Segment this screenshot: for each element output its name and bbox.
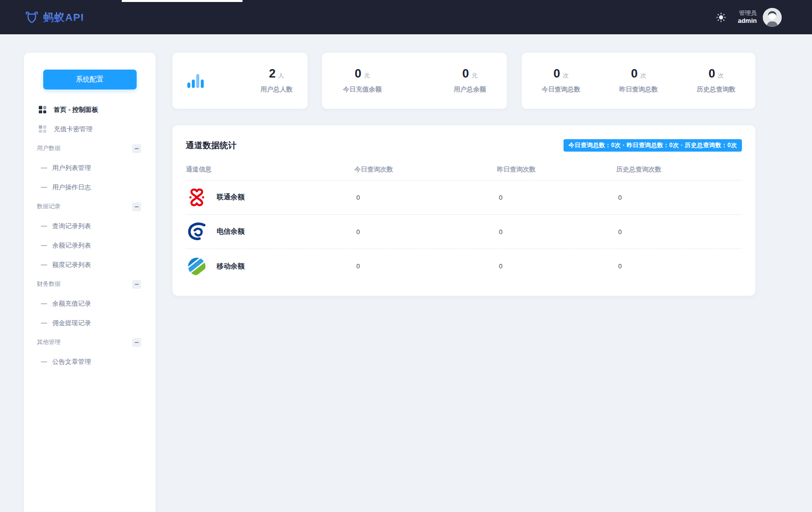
table-row: 联通余额 0 0 0 [186,180,742,215]
dash-icon [41,361,47,362]
app-logo[interactable]: 蚂蚁API [24,10,84,25]
dash-icon [41,245,47,246]
sidebar-item-label: 查询记录列表 [52,222,91,231]
query-summary-badge: 今日查询总数：0次 · 昨日查询总数：0次 · 历史总查询数：0次 [564,139,742,152]
sidebar-item-announcement-mgmt[interactable]: 公告文章管理 [24,352,156,371]
stat-block: 0元 今日充值余额 [343,68,382,94]
sidebar-section-label: 财务数据 [37,280,61,288]
panel-header: 通道数据统计 今日查询总数：0次 · 昨日查询总数：0次 · 历史总查询数：0次 [172,125,755,152]
sidebar-menu: 首页 - 控制面板 充值卡密管理 用户数据 用户列表管理 用户操作日志 数据记录… [24,100,156,371]
column-header-today-queries: 今日查询次数 [354,165,497,174]
stat-unit: 次 [718,72,724,79]
sidebar-item-finance-data: 财务数据 [24,274,156,294]
sidebar-item-label: 佣金提现记录 [52,319,91,328]
user-name-label: admin [738,17,757,25]
sidebar-item-label: 额度记录列表 [52,260,91,269]
channel-table: 通道信息 今日查询次数 昨日查询次数 历史总查询次数 联通余额 0 0 0 电信… [186,159,742,283]
user-menu[interactable]: 管理员 admin [738,9,757,25]
panel-title: 通道数据统计 [186,140,237,151]
yesterday-query-count: 0 [497,262,616,270]
total-query-count: 0 [616,194,742,201]
stat-value: 0 [462,67,469,80]
avatar[interactable] [763,8,782,27]
stat-label: 用户总人数 [260,85,293,94]
collapse-minus-button[interactable] [132,144,141,153]
dashboard-page: 蚂蚁API 管理员 admin [0,0,812,512]
stat-card-balance: 0元 今日充值余额 0元 用户总余额 [322,53,507,109]
user-role-label: 管理员 [738,9,757,17]
stat-unit: 次 [563,72,568,79]
browser-artifact-strip [122,0,243,2]
total-query-count: 0 [616,228,742,236]
dash-icon [41,323,47,324]
sidebar-item-user-data: 用户数据 [24,139,156,158]
table-row: 电信余额 0 0 0 [186,215,742,249]
stat-label: 今日充值余额 [343,85,382,94]
bar-chart-icon [187,74,204,88]
channel-name: 联通余额 [217,193,244,202]
grid-icon [39,125,46,133]
sidebar-section-label: 用户数据 [37,144,61,153]
column-header-channel-info: 通道信息 [186,165,354,174]
sidebar-item-label: 公告文章管理 [52,357,91,366]
sidebar: 系统配置 首页 - 控制面板 充值卡密管理 用户数据 用户列表管理 用户操作日志… [24,53,156,512]
stat-block: 0元 用户总余额 [454,68,486,94]
stat-unit: 元 [472,72,478,79]
sidebar-item-label: 余额记录列表 [52,241,91,250]
today-query-count: 0 [354,194,497,201]
stat-label: 历史总查询数 [697,85,735,94]
dash-icon [41,187,47,188]
sidebar-item-home-dashboard[interactable]: 首页 - 控制面板 [24,100,156,119]
top-navbar: 蚂蚁API 管理员 admin [0,0,812,34]
dash-icon [41,264,47,265]
sidebar-item-other-mgmt: 其他管理 [24,333,156,352]
stat-block: 0次 历史总查询数 [697,68,735,94]
stat-card-queries: 0次 今日查询总数 0次 昨日查询总数 0次 历史总查询数 [522,53,755,109]
channel-stats-panel: 通道数据统计 今日查询总数：0次 · 昨日查询总数：0次 · 历史总查询数：0次… [172,125,755,296]
sidebar-item-quota-record-list[interactable]: 额度记录列表 [24,255,156,274]
yesterday-query-count: 0 [497,228,616,236]
stat-card-users: 2人 用户总人数 [172,53,308,109]
dash-icon [41,226,47,227]
collapse-minus-button[interactable] [132,280,141,289]
collapse-minus-button[interactable] [132,338,141,347]
sidebar-item-balance-recharge-log[interactable]: 余额充值记录 [24,294,156,313]
table-body: 联通余额 0 0 0 电信余额 0 0 0 移动余额 0 0 [186,180,742,283]
navbar-right: 管理员 admin [716,8,782,27]
telecom-logo [186,221,208,243]
sidebar-section-label: 其他管理 [37,338,61,346]
stat-value: 0 [554,67,560,80]
system-config-button[interactable]: 系统配置 [43,70,137,89]
table-header-row: 通道信息 今日查询次数 昨日查询次数 历史总查询次数 [186,159,742,180]
collapse-minus-button[interactable] [132,202,141,211]
column-header-yesterday-queries: 昨日查询次数 [497,165,616,174]
theme-toggle-sun-icon[interactable] [716,12,726,22]
channel-name: 移动余额 [217,262,244,271]
sidebar-item-commission-withdraw[interactable]: 佣金提现记录 [24,313,156,333]
dash-icon [41,303,47,304]
stat-value: 0 [709,67,715,80]
grid-icon [39,106,46,113]
sidebar-item-recharge-card-mgmt[interactable]: 充值卡密管理 [24,119,156,139]
sidebar-item-label: 充值卡密管理 [54,125,92,134]
today-query-count: 0 [354,262,497,270]
stat-value: 0 [631,67,638,80]
sidebar-item-user-action-log[interactable]: 用户操作日志 [24,177,156,197]
sidebar-item-label: 用户操作日志 [52,183,91,192]
sidebar-item-balance-record-list[interactable]: 余额记录列表 [24,236,156,255]
column-header-total-queries: 历史总查询次数 [616,165,742,174]
stat-value: 2 [269,67,275,80]
sidebar-item-user-list-mgmt[interactable]: 用户列表管理 [24,158,156,177]
app-logo-text: 蚂蚁API [43,10,84,24]
stat-label: 今日查询总数 [542,85,580,94]
stat-label: 用户总余额 [454,85,486,94]
mobile-logo [186,256,208,277]
stat-value: 0 [355,67,361,80]
sidebar-section-label: 数据记录 [37,202,61,211]
sidebar-item-data-records: 数据记录 [24,197,156,216]
ant-logo-icon [24,10,39,25]
table-row: 移动余额 0 0 0 [186,249,742,283]
stat-unit: 元 [364,72,370,79]
sidebar-item-query-record-list[interactable]: 查询记录列表 [24,216,156,236]
channel-name: 电信余额 [217,227,244,236]
